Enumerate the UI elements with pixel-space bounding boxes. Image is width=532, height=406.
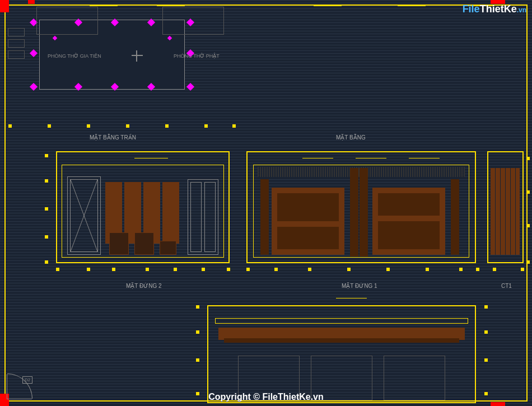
dimension-tick [45,260,48,264]
brick-hatch [491,168,520,255]
drawing-elevation-2[interactable] [56,151,230,263]
dimension-tick [274,268,278,271]
dimension-tick [459,268,463,271]
label-ct1: CT1 [501,283,512,289]
dimension-tick [196,392,199,395]
room-label: PHÒNG THỜ GIA TIÊN [48,53,101,59]
shelf-icon [8,50,25,59]
label-floor-plan: MẶT BẰNG [336,134,366,141]
altar-column [360,168,368,256]
dimension-tick [196,358,199,362]
dimension-line [336,298,367,298]
altar-column [350,168,358,256]
dimension-tick [196,330,199,334]
structure-outline [215,318,468,324]
wood-panel [162,182,179,244]
dimension-tick [112,268,115,271]
shelf-icon [8,28,25,36]
logo-part-thietke: ThietKe [480,3,517,15]
dimension-tick [174,268,177,271]
door-elevation [67,176,101,255]
watermark-text: Copyright © FileThietKe.vn [208,392,324,402]
dimension-tick [246,268,250,271]
dimension-line [398,6,426,6]
logo-part-vn: .vn [517,6,526,14]
altar-furniture [162,7,224,35]
dimension-tick [426,268,429,271]
table-icon [160,241,176,255]
drawing-section[interactable] [207,302,476,403]
altar-cabinet [272,188,344,255]
dimension-line [314,6,342,6]
dimension-tick [45,235,48,239]
dimension-tick [87,268,90,271]
dimension-tick [196,305,199,309]
dimension-tick [484,305,488,309]
dimension-tick [476,268,479,271]
dimension-tick [308,268,311,271]
dimension-tick [227,268,230,271]
altar-cabinet [372,188,445,255]
room-label: PHÒNG THỜ PHẬT [174,53,220,59]
dimension-tick [56,268,59,271]
column-icon [0,0,9,12]
dimension-tick [484,358,488,362]
dimension-tick [484,330,488,334]
dimension-tick [347,268,351,271]
dimension-tick [526,190,530,194]
dimension-tick [202,268,205,271]
dimension-tick [493,268,496,271]
site-logo: FileThietKe.vn [463,3,526,15]
drawing-elevation-1[interactable] [246,151,476,263]
column-icon [28,0,35,4]
dimension-tick [386,268,390,271]
panel-outline [384,356,445,400]
door-tag: D2 [22,376,32,384]
altar-side [260,179,269,255]
label-elevation-2: MẶT ĐỨNG 2 [126,283,162,289]
dimension-line [356,158,386,158]
cad-model-space[interactable]: FileThietKe.vn MẶT BẰNG TRẦN [0,0,532,406]
shelf-icon [8,39,25,48]
chair-icon [134,232,154,255]
section-mark-icon [132,50,143,62]
dimension-line [302,158,333,158]
dimension-tick [45,207,48,211]
dimension-line [409,158,440,158]
column-icon [491,402,505,406]
dimension-tick [45,179,48,183]
dimension-line [134,158,168,158]
label-elevation-1: MẶT ĐỨNG 1 [342,283,377,289]
logo-part-file: File [463,3,480,15]
drawing-ct1-detail[interactable] [487,151,524,263]
dimension-tick [484,392,488,395]
altar-furniture [36,7,98,35]
window-elevation [188,179,218,255]
dimension-tick [521,268,524,271]
dimension-tick [526,224,530,227]
dimension-tick [146,268,149,271]
dimension-tick [45,154,48,157]
altar-side [451,179,459,255]
wood-beam [224,338,459,343]
dimension-tick [526,260,530,264]
dimension-tick [526,157,530,160]
chair-icon [109,232,129,255]
